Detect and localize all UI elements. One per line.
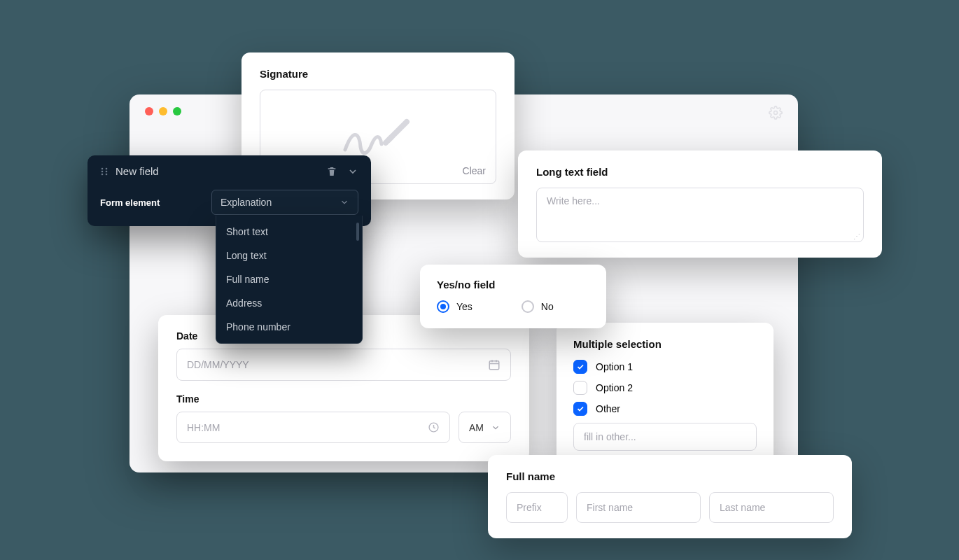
svg-point-3 — [102, 167, 104, 169]
other-fill-input[interactable]: fill in other... — [573, 423, 757, 451]
checkbox-checked-icon — [573, 402, 587, 416]
fullname-title: Full name — [506, 470, 834, 482]
dropdown-option[interactable]: Full name — [216, 267, 362, 291]
window-controls — [145, 107, 181, 115]
svg-point-0 — [774, 111, 778, 115]
option-other-label: Other — [596, 403, 620, 414]
dropdown-option[interactable]: Short text — [216, 220, 362, 244]
long-text-placeholder: Write here... — [547, 195, 600, 206]
svg-point-5 — [102, 170, 104, 172]
dropdown-option[interactable]: Phone number — [216, 315, 362, 339]
time-placeholder: HH:MM — [187, 422, 220, 433]
svg-point-4 — [106, 167, 108, 169]
svg-point-8 — [106, 173, 108, 175]
option-1-label: Option 1 — [596, 361, 633, 372]
yesno-title: Yes/no field — [437, 279, 589, 290]
calendar-icon — [488, 358, 500, 371]
svg-point-6 — [106, 170, 108, 172]
trash-icon[interactable] — [326, 166, 337, 177]
resize-handle-icon[interactable]: ⋰ — [853, 234, 860, 239]
firstname-placeholder: First name — [587, 502, 633, 513]
prefix-input[interactable]: Prefix — [506, 492, 568, 523]
chevron-down-icon — [491, 423, 500, 433]
signature-scribble-icon — [340, 116, 416, 158]
long-text-card: Long text field Write here... ⋰ — [518, 150, 882, 258]
long-text-title: Long text field — [536, 166, 864, 178]
clock-icon — [428, 421, 440, 433]
time-label: Time — [176, 393, 511, 405]
option-2-label: Option 2 — [596, 382, 633, 393]
ampm-value: AM — [469, 422, 484, 433]
radio-yes-label: Yes — [456, 301, 472, 312]
svg-rect-1 — [489, 361, 499, 370]
gear-icon[interactable] — [769, 106, 783, 120]
checkbox-checked-icon — [573, 360, 587, 374]
time-input[interactable]: HH:MM — [176, 412, 450, 443]
svg-point-7 — [102, 173, 104, 175]
signature-clear-button[interactable]: Clear — [463, 165, 486, 176]
date-placeholder: DD/MM/YYYY — [187, 359, 249, 370]
ampm-select[interactable]: AM — [458, 412, 511, 443]
panel-title: New field — [115, 165, 159, 177]
multiple-selection-card: Multiple selection Option 1 Option 2 Oth… — [556, 323, 774, 466]
form-element-dropdown: Short text Long text Full name Address P… — [216, 216, 363, 344]
form-element-select[interactable]: Explanation — [211, 190, 358, 215]
checkbox-option-1[interactable]: Option 1 — [573, 360, 757, 374]
date-input[interactable]: DD/MM/YYYY — [176, 349, 511, 381]
checkbox-option-other[interactable]: Other — [573, 402, 757, 416]
form-element-label: Form element — [100, 197, 160, 208]
signature-title: Signature — [260, 68, 496, 80]
dropdown-option[interactable]: Long text — [216, 244, 362, 267]
checkbox-unchecked-icon — [573, 381, 587, 395]
dropdown-option[interactable]: Address — [216, 291, 362, 315]
radio-no[interactable]: No — [522, 300, 554, 313]
radio-no-label: No — [541, 301, 554, 312]
radio-checked-icon — [437, 300, 449, 313]
chevron-down-icon[interactable] — [347, 166, 358, 177]
fullname-card: Full name Prefix First name Last name — [488, 455, 852, 538]
lastname-placeholder: Last name — [720, 502, 765, 513]
radio-yes[interactable]: Yes — [437, 300, 472, 313]
chevron-down-icon — [340, 197, 349, 207]
checkbox-option-2[interactable]: Option 2 — [573, 381, 757, 395]
lastname-input[interactable]: Last name — [709, 492, 834, 523]
firstname-input[interactable]: First name — [576, 492, 701, 523]
close-dot-icon[interactable] — [145, 107, 153, 115]
yesno-card: Yes/no field Yes No — [420, 265, 606, 328]
drag-handle-icon[interactable] — [100, 167, 108, 176]
multiple-title: Multiple selection — [573, 338, 757, 350]
other-placeholder: fill in other... — [584, 431, 636, 442]
radio-unchecked-icon — [522, 300, 534, 313]
prefix-placeholder: Prefix — [517, 502, 542, 513]
scrollbar-thumb[interactable] — [356, 223, 359, 241]
select-value: Explanation — [220, 197, 272, 208]
maximize-dot-icon[interactable] — [173, 107, 181, 115]
minimize-dot-icon[interactable] — [159, 107, 167, 115]
long-text-input[interactable]: Write here... ⋰ — [536, 188, 864, 242]
